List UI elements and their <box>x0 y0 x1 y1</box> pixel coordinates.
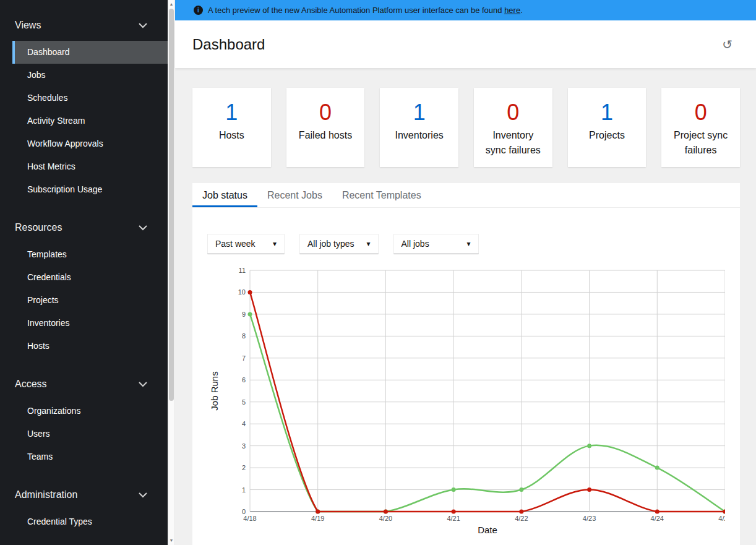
sidebar-item-schedules[interactable]: Schedules <box>12 87 168 109</box>
summary-card-project-sync-failures[interactable]: 0 Project sync failures <box>661 88 740 167</box>
job-runs-chart: 012345678910114/184/194/204/214/224/234/… <box>207 263 725 540</box>
job-type-value: All job types <box>307 239 354 249</box>
svg-text:4/21: 4/21 <box>447 515 460 522</box>
svg-text:2: 2 <box>242 464 246 471</box>
svg-text:4/22: 4/22 <box>515 515 528 522</box>
svg-text:Date: Date <box>478 525 497 535</box>
page-header: Dashboard ↺ <box>175 20 756 68</box>
chevron-down-icon <box>139 382 147 387</box>
card-value: 1 <box>387 100 451 125</box>
page-title: Dashboard <box>192 36 265 53</box>
main-area: i A tech preview of the new Ansible Auto… <box>175 0 756 545</box>
card-value: 0 <box>481 100 545 125</box>
sidebar-item-organizations[interactable]: Organizations <box>12 400 168 423</box>
svg-text:7: 7 <box>242 354 246 362</box>
svg-text:4/19: 4/19 <box>311 515 324 522</box>
nav-group-label: Views <box>15 20 41 31</box>
caret-down-icon: ▾ <box>273 239 277 248</box>
scrollbar-thumb[interactable] <box>169 9 174 401</box>
tab-job-status[interactable]: Job status <box>192 183 257 207</box>
scrollbar-up-arrow-icon[interactable]: ▲ <box>168 1 174 7</box>
summary-cards: 1 Hosts 0 Failed hosts 1 Inventories 0 I… <box>192 88 740 167</box>
job-type-select[interactable]: All job types ▾ <box>299 234 379 254</box>
sidebar-item-inventories[interactable]: Inventories <box>12 312 168 335</box>
nav-group-header-access[interactable]: Access <box>0 374 168 395</box>
svg-text:3: 3 <box>242 442 246 449</box>
job-status-tab-content: Past week ▾ All job types ▾ All jobs ▾ 0… <box>192 208 740 545</box>
app-root: Views Dashboard Jobs Schedules Activity … <box>0 0 756 545</box>
card-value: 0 <box>294 100 358 125</box>
svg-text:4/24: 4/24 <box>651 515 664 522</box>
card-label: Failed hosts <box>294 128 358 142</box>
card-label: Inventory sync failures <box>481 128 545 157</box>
sidebar-scrollbar[interactable]: ▲ ▼ <box>168 0 175 545</box>
tab-recent-templates[interactable]: Recent Templates <box>332 183 431 207</box>
card-label: Inventories <box>387 128 451 142</box>
sidebar-item-activity-stream[interactable]: Activity Stream <box>12 109 168 132</box>
summary-card-inventory-sync-failures[interactable]: 0 Inventory sync failures <box>474 88 552 167</box>
svg-text:1: 1 <box>242 486 246 493</box>
sidebar-item-host-metrics[interactable]: Host Metrics <box>12 155 168 178</box>
time-range-select[interactable]: Past week ▾ <box>207 234 285 254</box>
sidebar-item-users[interactable]: Users <box>12 423 168 445</box>
summary-card-inventories[interactable]: 1 Inventories <box>380 88 458 167</box>
summary-card-failed-hosts[interactable]: 0 Failed hosts <box>286 88 365 167</box>
nav-group-administration: Administration Credential Types <box>0 484 168 533</box>
svg-text:4: 4 <box>242 420 246 427</box>
svg-text:4/23: 4/23 <box>583 515 596 522</box>
chevron-down-icon <box>139 23 147 28</box>
scrollbar-down-arrow-icon[interactable]: ▼ <box>168 538 174 544</box>
sidebar-item-credentials[interactable]: Credentials <box>12 266 168 289</box>
card-value: 1 <box>575 100 639 125</box>
caret-down-icon: ▾ <box>466 239 470 248</box>
card-label: Hosts <box>200 128 264 142</box>
svg-text:11: 11 <box>239 267 246 274</box>
banner-text: A tech preview of the new Ansible Automa… <box>208 6 523 15</box>
tab-recent-jobs[interactable]: Recent Jobs <box>257 183 332 207</box>
nav-group-header-views[interactable]: Views <box>0 15 168 36</box>
svg-text:Job Runs: Job Runs <box>209 371 220 410</box>
chevron-down-icon <box>139 225 147 231</box>
card-label: Projects <box>575 128 639 142</box>
nav-group-header-administration[interactable]: Administration <box>0 484 168 505</box>
summary-card-projects[interactable]: 1 Projects <box>568 88 646 167</box>
chevron-down-icon <box>139 492 147 498</box>
summary-card-hosts[interactable]: 1 Hosts <box>192 88 271 167</box>
tech-preview-banner: i A tech preview of the new Ansible Auto… <box>175 0 756 20</box>
sidebar: Views Dashboard Jobs Schedules Activity … <box>0 0 168 545</box>
jobs-value: All jobs <box>402 239 429 249</box>
card-value: 0 <box>669 100 732 125</box>
card-value: 1 <box>200 100 264 125</box>
banner-here-link[interactable]: here <box>504 6 520 15</box>
sidebar-item-credential-types[interactable]: Credential Types <box>12 510 168 533</box>
sidebar-item-dashboard[interactable]: Dashboard <box>12 41 168 64</box>
nav-group-label: Administration <box>15 489 77 500</box>
nav-group-resources: Resources Templates Credentials Projects… <box>0 217 168 358</box>
info-circle-icon: i <box>194 6 203 15</box>
nav-group-label: Access <box>15 379 47 390</box>
sidebar-item-teams[interactable]: Teams <box>12 445 168 468</box>
svg-text:4/20: 4/20 <box>379 515 392 522</box>
svg-text:10: 10 <box>238 288 246 296</box>
sidebar-item-subscription-usage[interactable]: Subscription Usage <box>12 178 168 201</box>
svg-text:8: 8 <box>242 332 246 340</box>
svg-text:6: 6 <box>242 376 246 384</box>
sidebar-item-hosts[interactable]: Hosts <box>12 335 168 358</box>
nav-group-views: Views Dashboard Jobs Schedules Activity … <box>0 15 168 201</box>
sidebar-item-jobs[interactable]: Jobs <box>12 64 168 87</box>
history-icon[interactable]: ↺ <box>722 38 732 51</box>
jobs-select[interactable]: All jobs ▾ <box>393 234 479 254</box>
nav-group-access: Access Organizations Users Teams <box>0 374 168 468</box>
svg-text:4/25: 4/25 <box>718 515 725 522</box>
caret-down-icon: ▾ <box>366 239 370 248</box>
sidebar-item-projects[interactable]: Projects <box>12 289 168 312</box>
chart-filters: Past week ▾ All job types ▾ All jobs ▾ <box>207 234 725 254</box>
svg-text:5: 5 <box>242 398 246 405</box>
sidebar-item-templates[interactable]: Templates <box>12 243 168 266</box>
nav-group-header-resources[interactable]: Resources <box>0 217 168 238</box>
job-status-panel: Job status Recent Jobs Recent Templates … <box>192 183 740 545</box>
dashboard-content: 1 Hosts 0 Failed hosts 1 Inventories 0 I… <box>175 68 756 545</box>
svg-text:9: 9 <box>242 311 246 318</box>
nav-group-label: Resources <box>15 222 62 233</box>
sidebar-item-workflow-approvals[interactable]: Workflow Approvals <box>12 132 168 155</box>
